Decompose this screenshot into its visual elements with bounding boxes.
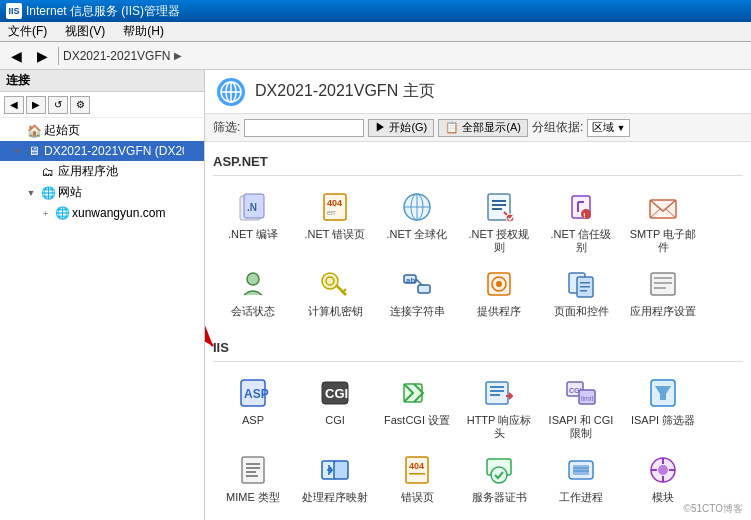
net-compile-icon: .N bbox=[235, 189, 271, 225]
right-header: DX2021-2021VGFN 主页 bbox=[205, 70, 751, 114]
icon-net-global[interactable]: .NET 全球化 bbox=[377, 184, 457, 259]
toolbar: ◀ ▶ DX2021-2021VGFN ▶ bbox=[0, 42, 751, 70]
home-label: 起始页 bbox=[44, 122, 80, 139]
net-global-label: .NET 全球化 bbox=[387, 228, 448, 241]
pages-ctrl-icon bbox=[563, 266, 599, 302]
home-expand bbox=[10, 124, 24, 138]
icon-machine-key[interactable]: 计算机密钥 bbox=[295, 261, 375, 323]
svg-rect-63 bbox=[246, 463, 260, 465]
icon-connection-str[interactable]: ab 连接字符串 bbox=[377, 261, 457, 323]
http-header-icon bbox=[481, 375, 517, 411]
icon-fastcgi[interactable]: FastCGI 设置 bbox=[377, 370, 457, 445]
fastcgi-icon bbox=[399, 375, 435, 411]
icon-session[interactable]: 会话状态 bbox=[213, 261, 293, 323]
svg-rect-46 bbox=[654, 287, 666, 289]
right-panel: DX2021-2021VGFN 主页 筛选: ▶ 开始(G) 📋 全部显示(A)… bbox=[205, 70, 751, 520]
tree-item-sites[interactable]: ▼ 🌐 网站 bbox=[0, 182, 204, 203]
icon-smtp-mail[interactable]: SMTP 电子邮件 bbox=[623, 184, 703, 259]
session-label: 会话状态 bbox=[231, 305, 275, 318]
svg-line-30 bbox=[342, 289, 346, 293]
menu-file[interactable]: 文件(F) bbox=[4, 21, 51, 42]
svg-rect-54 bbox=[490, 386, 504, 388]
start-button[interactable]: ▶ 开始(G) bbox=[368, 119, 434, 137]
aspnet-section-header: ASP.NET bbox=[213, 150, 743, 176]
icon-worker-proc[interactable]: 工作进程 bbox=[541, 447, 621, 509]
icon-asp[interactable]: ASP ASP bbox=[213, 370, 293, 445]
default-doc-icon bbox=[235, 516, 271, 520]
provider-label: 提供程序 bbox=[477, 305, 521, 318]
error-page-label: 错误页 bbox=[401, 491, 434, 504]
worker-proc-label: 工作进程 bbox=[559, 491, 603, 504]
icon-http-header[interactable]: HTTP 响应标头 bbox=[459, 370, 539, 445]
home-icon: 🏠 bbox=[26, 123, 42, 139]
icon-dir-browse[interactable]: 目录浏览 bbox=[295, 511, 375, 520]
svg-rect-64 bbox=[246, 467, 260, 469]
session-icon bbox=[235, 266, 271, 302]
icon-isapi-filter[interactable]: ISAPI 筛选器 bbox=[623, 370, 703, 445]
connections-toolbar: ◀ ▶ ↺ ⚙ bbox=[0, 92, 204, 118]
svg-rect-76 bbox=[573, 465, 589, 475]
net-trust-label: .NET 信任级别 bbox=[546, 228, 616, 254]
icon-isapi-cgi[interactable]: CGI limit ISAPI 和 CGI 限制 bbox=[541, 370, 621, 445]
title-bar: IIS Internet 信息服务 (IIS)管理器 bbox=[0, 0, 751, 22]
show-all-button[interactable]: 📋 全部显示(A) bbox=[438, 119, 528, 137]
icon-handler-map[interactable]: 处理程序映射 bbox=[295, 447, 375, 509]
menu-help[interactable]: 帮助(H) bbox=[119, 21, 168, 42]
isapi-cgi-icon: CGI limit bbox=[563, 375, 599, 411]
icon-module[interactable]: 模块 bbox=[623, 447, 703, 509]
conn-more-btn[interactable]: ⚙ bbox=[70, 96, 90, 114]
svg-rect-41 bbox=[580, 286, 590, 288]
icon-pages-ctrl[interactable]: 页面和控件 bbox=[541, 261, 621, 323]
icon-cgi[interactable]: CGI CGI bbox=[295, 370, 375, 445]
machine-key-label: 计算机密钥 bbox=[308, 305, 363, 318]
svg-rect-42 bbox=[580, 290, 587, 292]
forward-button[interactable]: ▶ bbox=[30, 45, 54, 67]
back-button[interactable]: ◀ bbox=[4, 45, 28, 67]
xunwangyun-icon: 🌐 bbox=[54, 205, 70, 221]
right-header-title: DX2021-2021VGFN 主页 bbox=[255, 81, 435, 102]
svg-text:CGI: CGI bbox=[325, 386, 348, 401]
icon-net-error[interactable]: 404 err .NET 错误页 bbox=[295, 184, 375, 259]
icon-net-trust[interactable]: ! .NET 信任级别 bbox=[541, 184, 621, 259]
conn-back-btn[interactable]: ◀ bbox=[4, 96, 24, 114]
icon-net-auth[interactable]: .NET 授权规则 bbox=[459, 184, 539, 259]
svg-point-74 bbox=[491, 467, 507, 483]
svg-rect-17 bbox=[492, 204, 506, 206]
conn-refresh-btn[interactable]: ↺ bbox=[48, 96, 68, 114]
icon-default-doc[interactable]: 默认文档 bbox=[213, 511, 293, 520]
group-by-arrow: ▼ bbox=[616, 123, 625, 133]
icon-server-cert[interactable]: 服务器证书 bbox=[459, 447, 539, 509]
svg-rect-44 bbox=[654, 277, 672, 279]
smtp-mail-icon bbox=[645, 189, 681, 225]
isapi-filter-icon bbox=[645, 375, 681, 411]
conn-forward-btn[interactable]: ▶ bbox=[26, 96, 46, 114]
app-title: Internet 信息服务 (IIS)管理器 bbox=[26, 3, 180, 20]
svg-point-26 bbox=[247, 273, 259, 285]
apppools-expand bbox=[24, 165, 38, 179]
tree-item-apppools[interactable]: 🗂 应用程序池 bbox=[0, 161, 204, 182]
group-by-dropdown[interactable]: 区域 ▼ bbox=[587, 119, 630, 137]
icon-net-compile[interactable]: .N .NET 编译 bbox=[213, 184, 293, 259]
sites-expand: ▼ bbox=[24, 186, 38, 200]
tree-item-home[interactable]: 🏠 起始页 bbox=[0, 120, 204, 141]
server-expand: ▼ bbox=[10, 144, 24, 158]
svg-rect-55 bbox=[490, 390, 504, 392]
menu-bar: 文件(F) 视图(V) 帮助(H) bbox=[0, 22, 751, 42]
server-label: DX2021-2021VGFN (DX2021-20 bbox=[44, 144, 184, 158]
fastcgi-label: FastCGI 设置 bbox=[384, 414, 450, 427]
module-label: 模块 bbox=[652, 491, 674, 504]
tree-item-xunwangyun[interactable]: ＋ 🌐 xunwangyun.com bbox=[0, 203, 204, 223]
svg-line-34 bbox=[416, 279, 422, 285]
icon-error-page[interactable]: 404 错误页 bbox=[377, 447, 457, 509]
icon-provider[interactable]: 提供程序 bbox=[459, 261, 539, 323]
svg-text:limit: limit bbox=[581, 395, 593, 402]
menu-view[interactable]: 视图(V) bbox=[61, 21, 109, 42]
group-by-value: 区域 bbox=[592, 120, 614, 135]
filter-input[interactable] bbox=[244, 119, 364, 137]
svg-point-80 bbox=[658, 465, 668, 475]
svg-point-37 bbox=[496, 281, 502, 287]
address-arrow: ▶ bbox=[174, 50, 182, 61]
tree-item-server[interactable]: ▼ 🖥 DX2021-2021VGFN (DX2021-20 bbox=[0, 141, 204, 161]
icon-mime[interactable]: MIME 类型 bbox=[213, 447, 293, 509]
icon-app-settings[interactable]: 应用程序设置 bbox=[623, 261, 703, 323]
